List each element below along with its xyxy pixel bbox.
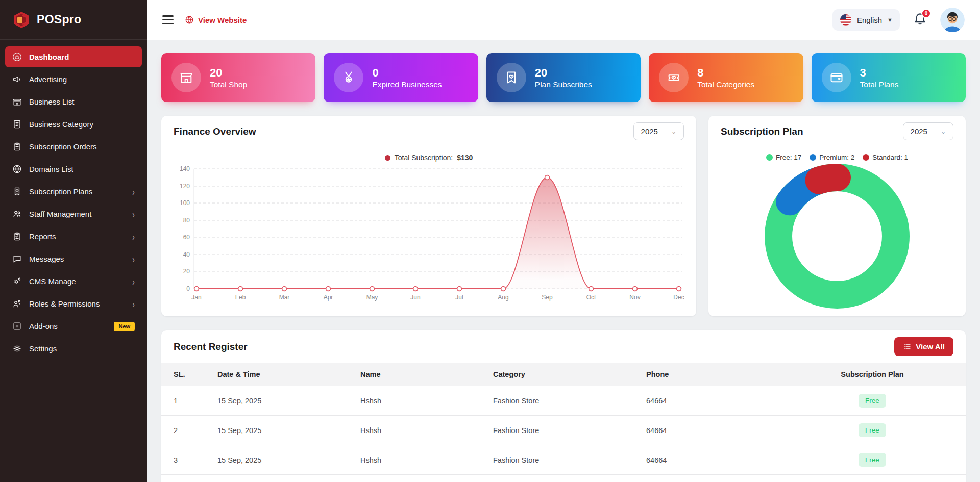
chevron-down-icon: ⌄ — [671, 128, 676, 135]
cell-name: Hshsh — [360, 416, 493, 445]
cell-sl: 4 — [161, 475, 217, 482]
svg-text:40: 40 — [183, 251, 190, 258]
sidebar: POSpro Dashboard Advertising Business Li… — [0, 0, 147, 482]
stat-card-total-plans[interactable]: 3 Total Plans — [812, 53, 966, 102]
recent-register-table: SL. Date & Time Name Category Phone Subs… — [161, 363, 966, 482]
svg-text:Jul: Jul — [455, 294, 463, 301]
stat-card-total-shop[interactable]: 20 Total Shop — [161, 53, 315, 102]
plus-square-icon — [12, 321, 22, 331]
sidebar-item-add-ons[interactable]: Add-ons New — [5, 316, 142, 337]
finance-year-select[interactable]: 2025 ⌄ — [633, 122, 684, 140]
subscription-year-select[interactable]: 2025 ⌄ — [903, 122, 953, 140]
store-icon — [12, 97, 22, 107]
stat-card-plan-subscribes[interactable]: 20 Plan Subscribes — [486, 53, 641, 102]
svg-text:20: 20 — [183, 268, 190, 275]
col-header-name: Name — [360, 363, 493, 386]
sidebar-item-business-category[interactable]: Business Category — [5, 114, 142, 135]
stat-card-expired-businesses[interactable]: 0 Expired Businesses — [324, 53, 478, 102]
sidebar-item-subscription-orders[interactable]: Subscription Orders — [5, 136, 142, 157]
sidebar-item-label: Subscription Orders — [29, 142, 97, 151]
sidebar-item-messages[interactable]: Messages › — [5, 248, 142, 269]
language-label: English — [857, 16, 882, 24]
plan-badge: Free — [859, 423, 886, 437]
sidebar-item-staff-management[interactable]: Staff Management › — [5, 204, 142, 224]
stat-label: Expired Businesses — [372, 80, 442, 89]
brand-logo[interactable]: POSpro — [0, 0, 147, 40]
legend-dot-free — [766, 154, 773, 161]
legend-value: $130 — [457, 154, 473, 162]
recent-register-panel: Recent Register View All SL. Date & Time… — [161, 330, 966, 482]
sidebar-item-cms-manage[interactable]: CMS Manage › — [5, 271, 142, 292]
subscription-donut-chart[interactable] — [764, 163, 910, 309]
sidebar-item-label: Dashboard — [29, 53, 69, 61]
chevron-right-icon: › — [132, 231, 135, 242]
legend-dot-standard — [863, 154, 869, 161]
view-website-link[interactable]: View Website — [185, 15, 247, 24]
topbar: View Website English ▼ 0 — [147, 0, 980, 40]
chevron-down-icon: ▼ — [887, 17, 893, 23]
cell-date: 15 Sep, 2025 — [217, 416, 360, 445]
wallet-icon — [822, 63, 851, 92]
sidebar-item-dashboard[interactable]: Dashboard — [5, 46, 142, 67]
svg-text:Dec: Dec — [673, 294, 684, 301]
new-badge: New — [114, 322, 135, 331]
us-flag-icon — [840, 14, 852, 26]
finance-area-chart[interactable]: 140 120 100 80 60 40 20 0 — [174, 164, 684, 302]
language-selector[interactable]: English ▼ — [832, 9, 900, 31]
legend-dot — [385, 155, 390, 161]
plan-badge: Free — [859, 394, 886, 408]
chevron-right-icon: › — [132, 186, 135, 197]
hamburger-menu-icon[interactable] — [162, 15, 174, 24]
sidebar-item-label: Advertising — [29, 75, 67, 84]
sidebar-item-domains-list[interactable]: Domains List — [5, 159, 142, 180]
svg-text:Oct: Oct — [586, 294, 596, 301]
sidebar-item-label: Messages — [29, 255, 64, 263]
sidebar-item-subscription-plans[interactable]: Subscription Plans › — [5, 181, 142, 202]
table-row[interactable]: 1 15 Sep, 2025 Hshsh Fashion Store 64664… — [161, 386, 966, 416]
plan-badge: Free — [859, 453, 886, 467]
shop-icon — [172, 63, 201, 92]
svg-text:Mar: Mar — [279, 294, 290, 301]
gear-icon — [12, 344, 22, 353]
subscription-plan-panel: Subscription Plan 2025 ⌄ Free: 17 Premiu… — [708, 116, 966, 316]
notifications-button[interactable]: 0 — [913, 12, 927, 28]
sidebar-item-business-list[interactable]: Business List — [5, 91, 142, 112]
cell-sl: 2 — [161, 416, 217, 445]
chevron-right-icon: › — [132, 253, 135, 264]
sidebar-item-reports[interactable]: Reports › — [5, 226, 142, 247]
view-website-label: View Website — [198, 16, 247, 24]
sidebar-item-advertising[interactable]: Advertising — [5, 69, 142, 90]
stat-value: 20 — [210, 66, 247, 80]
sidebar-item-label: Reports — [29, 232, 56, 241]
svg-text:120: 120 — [180, 183, 190, 190]
report-icon — [12, 232, 22, 241]
sidebar-item-label: Settings — [29, 344, 57, 353]
sidebar-item-roles-permissions[interactable]: Roles & Permissions › — [5, 293, 142, 314]
cell-sl: 1 — [161, 386, 217, 416]
donut-legend: Free: 17 Premium: 2 Standard: 1 — [721, 154, 953, 161]
svg-text:Aug: Aug — [498, 294, 508, 301]
view-all-button[interactable]: View All — [894, 337, 953, 356]
stat-card-total-categories[interactable]: 8 Total Categories — [649, 53, 803, 102]
avatar[interactable] — [940, 8, 965, 32]
table-row[interactable]: 3 15 Sep, 2025 Hshsh Fashion Store 64664… — [161, 445, 966, 475]
svg-text:Jan: Jan — [191, 294, 201, 301]
globe-icon — [12, 164, 22, 174]
stat-value: 0 — [372, 66, 442, 80]
pospro-logo-icon — [12, 11, 31, 29]
table-row[interactable]: 2 15 Sep, 2025 Hshsh Fashion Store 64664… — [161, 416, 966, 445]
recent-register-title: Recent Register — [174, 341, 248, 352]
finance-year-value: 2025 — [641, 127, 658, 136]
table-row[interactable]: 4 15 Sep, 2025 Janith Shoo Restaurant 07… — [161, 475, 966, 482]
sidebar-item-settings[interactable]: Settings — [5, 338, 142, 359]
stat-label: Total Plans — [860, 80, 899, 89]
cell-name: Hshsh — [360, 386, 493, 416]
col-header-phone: Phone — [646, 363, 779, 386]
users-icon — [12, 209, 22, 219]
sidebar-item-label: CMS Manage — [29, 277, 76, 286]
megaphone-icon — [12, 74, 22, 84]
svg-text:May: May — [366, 294, 378, 301]
chevron-right-icon: › — [132, 298, 135, 309]
legend-standard: Standard: 1 — [872, 154, 908, 161]
ticket-heart-icon — [659, 63, 689, 92]
